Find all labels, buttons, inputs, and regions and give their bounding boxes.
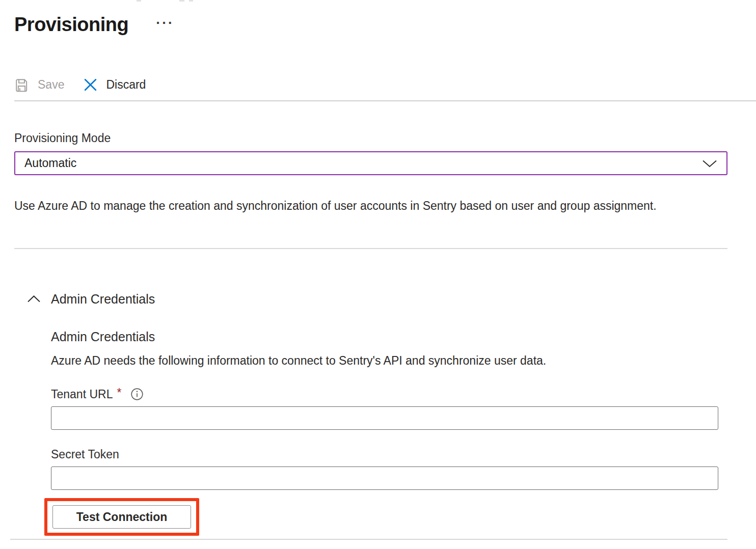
required-asterisk: * bbox=[117, 386, 121, 400]
admin-credentials-heading: Admin Credentials bbox=[51, 329, 727, 344]
save-button[interactable]: Save bbox=[14, 77, 64, 92]
save-button-label: Save bbox=[38, 78, 64, 92]
save-floppy-icon bbox=[14, 77, 29, 92]
admin-credentials-section-toggle[interactable]: Admin Credentials bbox=[14, 281, 727, 307]
provisioning-page: Provisioning ··· Save Discard bbox=[0, 0, 756, 549]
info-icon[interactable] bbox=[130, 388, 144, 401]
section-divider bbox=[14, 248, 727, 249]
more-options-icon[interactable]: ··· bbox=[156, 18, 174, 28]
provisioning-mode-description: Use Azure AD to manage the creation and … bbox=[14, 195, 678, 216]
tenant-url-label-row: Tenant URL * bbox=[51, 387, 727, 401]
cropped-text-remnant bbox=[0, 0, 756, 2]
provisioning-mode-label: Provisioning Mode bbox=[14, 131, 727, 145]
discard-x-icon bbox=[83, 77, 98, 93]
discard-button[interactable]: Discard bbox=[83, 77, 146, 93]
page-header: Provisioning ··· bbox=[14, 12, 727, 37]
tenant-url-input[interactable] bbox=[51, 406, 718, 430]
secret-token-label-row: Secret Token bbox=[51, 447, 727, 461]
toolbar-divider bbox=[14, 100, 756, 101]
annotation-highlight-box: Test Connection bbox=[44, 498, 199, 536]
test-connection-button[interactable]: Test Connection bbox=[52, 505, 191, 529]
chevron-up-icon bbox=[27, 295, 41, 303]
admin-credentials-description: Azure AD needs the following information… bbox=[51, 353, 727, 368]
page-title: Provisioning bbox=[14, 12, 128, 37]
secret-token-input[interactable] bbox=[51, 466, 718, 490]
admin-credentials-section-content: Admin Credentials Azure AD needs the fol… bbox=[51, 329, 727, 536]
tenant-url-label: Tenant URL bbox=[51, 387, 113, 401]
command-bar: Save Discard bbox=[14, 74, 727, 95]
admin-credentials-section-title: Admin Credentials bbox=[51, 291, 155, 307]
provisioning-mode-dropdown[interactable]: Automatic bbox=[14, 151, 727, 175]
chevron-down-icon bbox=[702, 159, 717, 168]
bottom-divider bbox=[10, 539, 727, 540]
discard-button-label: Discard bbox=[106, 78, 146, 92]
provisioning-mode-value: Automatic bbox=[24, 156, 76, 170]
secret-token-label: Secret Token bbox=[51, 447, 119, 461]
